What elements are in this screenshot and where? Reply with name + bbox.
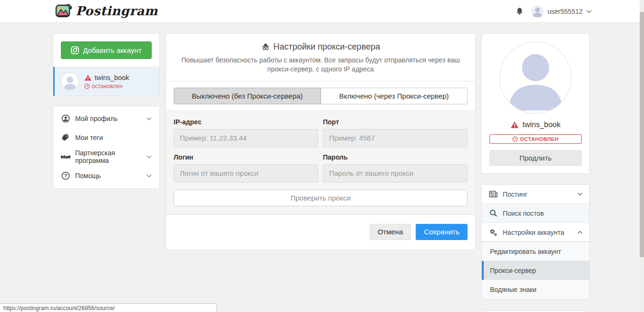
search-icon — [488, 209, 498, 217]
menu-item-label: Поиск постов — [503, 210, 583, 217]
submenu-item-edit-account[interactable]: Редактировать аккаунт — [482, 242, 589, 261]
profile-icon — [61, 114, 70, 123]
account-avatar — [61, 72, 79, 91]
stopped-status-badge: ОСТАНОВЛЕН — [489, 134, 582, 144]
page-title: Настройки прокси-сервера — [174, 42, 468, 52]
account-status-label: остановлен — [92, 83, 122, 90]
proxy-on-toggle[interactable]: Включено (через Прокси-сервер) — [321, 88, 468, 104]
password-input[interactable] — [323, 164, 468, 182]
page-description: Повышает безопасность работы с аккаунтом… — [180, 56, 461, 74]
scrollbar-thumb[interactable] — [640, 12, 644, 257]
help-question-icon: ? — [61, 171, 70, 180]
top-header: Postingram user555512 — [0, 0, 644, 23]
save-button[interactable]: Сохранить — [416, 224, 468, 240]
check-proxy-button[interactable]: Проверить прокси — [174, 190, 468, 206]
add-account-label: Добавить аккаунт — [83, 46, 141, 54]
login-label: Логин — [174, 153, 318, 161]
account-profile-card: twins_book ОСТАНОВЛЕН Продлить — [481, 33, 590, 174]
chevron-up-icon — [577, 231, 583, 234]
port-label: Порт — [323, 118, 468, 126]
submenu-item-watermarks[interactable]: Водяные знаки — [482, 280, 589, 299]
incognito-icon — [261, 42, 270, 51]
chevron-down-icon — [146, 155, 152, 159]
sidebar-account-twins-book[interactable]: twins_book остановлен — [53, 67, 159, 96]
ip-address-input[interactable] — [174, 129, 318, 147]
chevron-down-icon — [577, 192, 583, 196]
chevron-down-icon — [586, 10, 592, 13]
submenu-item-label: Редактировать аккаунт — [490, 248, 583, 255]
password-label: Пароль — [323, 153, 468, 161]
handshake-icon — [61, 153, 70, 161]
chevron-down-icon — [146, 117, 152, 121]
proxy-toggle-group: Выключено (без Прокси-сервера) Включено … — [174, 88, 468, 104]
ip-address-label: IP-адрес — [174, 118, 318, 126]
instagram-icon — [71, 46, 79, 54]
profile-account-name: twins_book — [522, 121, 560, 129]
sidebar-item-partner-program[interactable]: Партнерская программа — [53, 147, 159, 166]
brand-logo[interactable]: Postingram — [55, 3, 158, 19]
submenu-item-label: Водяные знаки — [490, 286, 583, 293]
page-title-label: Настройки прокси-сервера — [273, 42, 381, 52]
sidebar-item-label: Помощь — [75, 172, 142, 180]
brand-logo-icon — [55, 3, 72, 19]
proxy-off-toggle[interactable]: Выключено (без Прокси-сервера) — [174, 88, 321, 104]
port-input[interactable] — [323, 129, 468, 147]
add-account-button[interactable]: Добавить аккаунт — [61, 41, 152, 59]
menu-item-label: Постинг — [503, 191, 573, 198]
page-scrollbar[interactable] — [640, 0, 644, 312]
menu-item-label: Настройки аккаунта — [503, 229, 573, 236]
sidebar-item-label: Мой профиль — [75, 115, 142, 122]
link-preview-url: https://postingram.ru/account/26856/sour… — [3, 305, 115, 312]
submenu-item-label: Прокси-сервер — [490, 267, 583, 274]
gears-icon — [488, 228, 498, 237]
proxy-settings-panel: Настройки прокси-сервера Повышает безопа… — [166, 33, 476, 250]
menu-item-account-settings[interactable]: Настройки аккаунта — [482, 223, 589, 242]
left-sidebar: Добавить аккаунт — [53, 33, 160, 189]
sidebar-item-my-tags[interactable]: Мои теги — [53, 128, 159, 147]
stopped-status-label: ОСТАНОВЛЕН — [520, 136, 558, 142]
cancel-button[interactable]: Отмена — [370, 224, 411, 240]
username-label: user555512 — [547, 8, 583, 15]
submenu-item-proxy-server[interactable]: Прокси-сервер — [482, 261, 589, 280]
profile-avatar — [499, 41, 572, 114]
sidebar-item-my-profile[interactable]: Мой профиль — [53, 109, 159, 128]
link-preview-statusbar: https://postingram.ru/account/26856/sour… — [0, 303, 217, 312]
sidebar-item-help[interactable]: ? Помощь — [53, 166, 159, 185]
user-menu[interactable]: user555512 — [531, 5, 592, 18]
sidebar-item-label: Мои теги — [75, 134, 152, 141]
svg-text:?: ? — [64, 173, 67, 179]
warning-triangle-icon — [510, 121, 519, 129]
stopped-clock-icon — [84, 83, 90, 89]
stopped-clock-icon — [512, 136, 518, 142]
menu-item-posting[interactable]: Постинг — [482, 185, 589, 204]
menu-item-post-search[interactable]: Поиск постов — [482, 204, 589, 223]
newspaper-icon — [488, 191, 498, 198]
warning-triangle-icon — [84, 74, 92, 81]
chevron-down-icon — [146, 174, 152, 178]
account-name: twins_book — [95, 74, 129, 81]
account-menu: Постинг Поиск постов — [481, 184, 590, 300]
user-avatar — [531, 5, 544, 18]
notifications-bell-icon[interactable] — [515, 7, 525, 16]
login-input[interactable] — [174, 164, 318, 182]
brand-name: Postingram — [76, 4, 158, 18]
extend-button[interactable]: Продлить — [489, 150, 582, 166]
sidebar-item-label: Партнерская программа — [75, 149, 142, 164]
right-sidebar: twins_book ОСТАНОВЛЕН Продлить — [481, 33, 590, 312]
tags-icon — [61, 134, 70, 141]
